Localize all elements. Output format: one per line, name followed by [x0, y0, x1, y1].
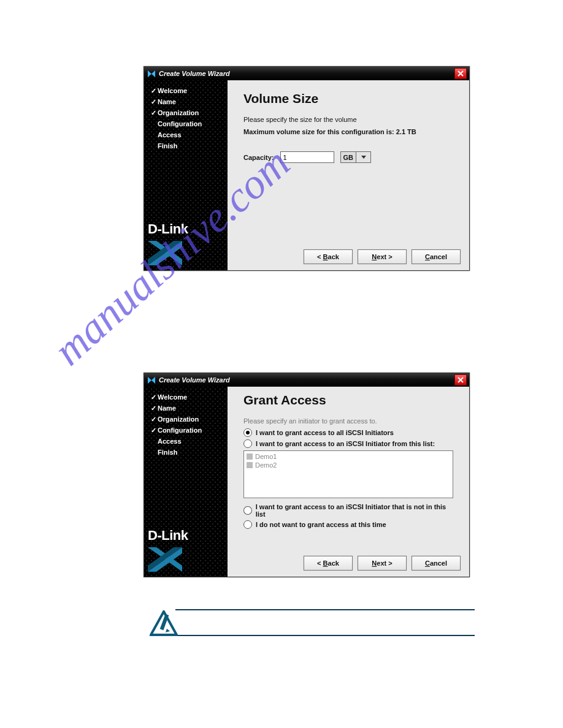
step-welcome: ✓Welcome	[149, 392, 228, 403]
brand-block: D-Link	[144, 528, 228, 577]
window-title: Create Volume Wizard	[159, 376, 230, 384]
step-welcome: ✓Welcome	[149, 85, 228, 96]
step-access: Access	[149, 129, 228, 140]
brand-x-icon	[148, 241, 224, 265]
svg-marker-11	[166, 629, 170, 632]
check-icon: ✓	[149, 427, 158, 434]
wizard-content: Grant Access Please specify an initiator…	[228, 387, 469, 577]
radio-grant-none[interactable]: I do not want to grant access at this ti…	[243, 520, 453, 529]
next-button[interactable]: Next >	[358, 249, 407, 264]
check-icon: ✓	[149, 393, 158, 401]
radio-icon	[243, 428, 252, 437]
brand-block: D-Link	[144, 221, 228, 270]
titlebar[interactable]: Create Volume Wizard	[144, 373, 469, 387]
check-icon: ✓	[149, 98, 158, 106]
radio-icon	[243, 439, 252, 448]
step-configuration: Configuration	[149, 118, 228, 129]
capacity-unit-select[interactable]: GB	[340, 151, 372, 163]
step-name: ✓Name	[149, 403, 228, 414]
wizard-grant-access: Create Volume Wizard ✓Welcome ✓Name ✓Org…	[144, 373, 470, 577]
page-heading: Volume Size	[243, 91, 453, 106]
back-button[interactable]: < Back	[304, 249, 353, 264]
svg-marker-5	[148, 377, 155, 384]
check-icon: ✓	[149, 415, 158, 423]
radio-grant-from-list[interactable]: I want to grant access to an iSCSI Initi…	[243, 439, 453, 448]
app-icon	[148, 377, 155, 384]
brand-logo: D-Link	[148, 221, 224, 237]
radio-icon	[243, 520, 252, 529]
svg-marker-4	[361, 156, 366, 159]
step-finish: Finish	[149, 447, 228, 458]
list-item[interactable]: Demo1	[247, 452, 450, 461]
radio-grant-not-in-list[interactable]: I want to grant access to an iSCSI Initi…	[243, 503, 453, 518]
chevron-down-icon	[356, 152, 370, 162]
svg-marker-0	[148, 70, 155, 77]
page-heading: Grant Access	[243, 393, 453, 408]
next-button[interactable]: Next >	[358, 556, 407, 571]
step-name: ✓Name	[149, 96, 228, 107]
capacity-unit-value: GB	[341, 154, 356, 161]
step-finish: Finish	[149, 140, 228, 151]
step-organization: ✓Organization	[149, 107, 228, 118]
note-block	[131, 609, 475, 636]
radio-icon	[243, 506, 252, 515]
initiator-list[interactable]: Demo1 Demo2	[243, 450, 453, 498]
wizard-content: Volume Size Please specify the size for …	[228, 80, 469, 270]
window-title: Create Volume Wizard	[159, 70, 230, 77]
back-button[interactable]: < Back	[304, 556, 353, 571]
initiator-icon	[247, 453, 253, 460]
app-icon	[148, 70, 155, 77]
cancel-button[interactable]: Cancel	[412, 249, 461, 264]
pencil-triangle-icon	[150, 610, 178, 636]
capacity-input[interactable]	[280, 151, 334, 163]
close-button[interactable]	[454, 374, 467, 385]
step-organization: ✓Organization	[149, 414, 228, 425]
capacity-label: Capacity:	[243, 154, 274, 161]
radio-grant-all[interactable]: I want to grant access to all iSCSI Init…	[243, 428, 453, 437]
wizard-sidebar: ✓Welcome ✓Name ✓Organization Configurati…	[144, 80, 228, 270]
brand-x-icon	[148, 547, 224, 572]
check-icon: ✓	[149, 87, 158, 95]
close-button[interactable]	[454, 68, 467, 79]
initiator-icon	[247, 462, 253, 468]
instruction-text: Please specify an initiator to grant acc…	[243, 417, 453, 425]
wizard-volume-size: Create Volume Wizard ✓Welcome ✓Name ✓Org…	[144, 66, 470, 271]
cancel-button[interactable]: Cancel	[412, 556, 461, 571]
check-icon: ✓	[149, 404, 158, 412]
step-access: Access	[149, 436, 228, 447]
list-item[interactable]: Demo2	[247, 461, 450, 469]
max-size-text: Maximum volume size for this configurati…	[243, 128, 453, 135]
wizard-sidebar: ✓Welcome ✓Name ✓Organization ✓Configurat…	[144, 387, 228, 577]
titlebar[interactable]: Create Volume Wizard	[144, 67, 469, 80]
instruction-text: Please specify the size for the volume	[243, 116, 453, 123]
step-configuration: ✓Configuration	[149, 425, 228, 436]
brand-logo: D-Link	[148, 528, 224, 544]
check-icon: ✓	[149, 109, 158, 117]
